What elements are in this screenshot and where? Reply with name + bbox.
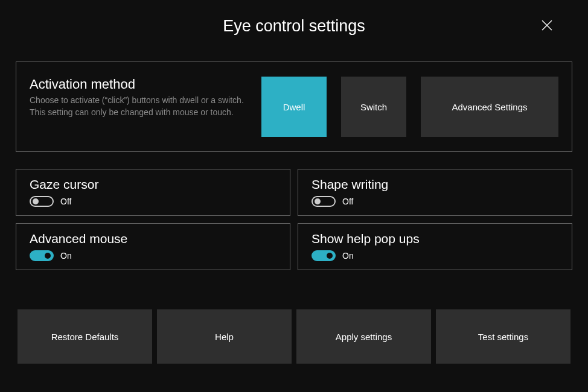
advanced-mouse-toggle[interactable] (30, 250, 54, 261)
shape-writing-panel: Shape writing Off (298, 169, 572, 216)
close-button[interactable] (540, 18, 554, 33)
activation-description: Choose to activate (“click”) buttons wit… (30, 95, 253, 118)
advanced-mouse-title: Advanced mouse (30, 232, 276, 246)
switch-button[interactable]: Switch (341, 77, 406, 137)
gaze-cursor-panel: Gaze cursor Off (16, 169, 290, 216)
shape-writing-title: Shape writing (312, 177, 558, 192)
show-help-title: Show help pop ups (312, 232, 558, 246)
advanced-mouse-state: On (60, 251, 72, 261)
restore-defaults-button[interactable]: Restore Defaults (18, 309, 152, 364)
gaze-cursor-toggle[interactable] (30, 196, 54, 207)
activation-method-panel: Activation method Choose to activate (“c… (16, 62, 572, 152)
advanced-mouse-panel: Advanced mouse On (16, 223, 290, 270)
show-help-panel: Show help pop ups On (298, 223, 572, 270)
help-button[interactable]: Help (157, 309, 292, 364)
advanced-settings-button[interactable]: Advanced Settings (421, 77, 558, 137)
show-help-toggle[interactable] (312, 250, 336, 261)
gaze-cursor-state: Off (60, 197, 71, 206)
page-title: Eye control settings (223, 17, 365, 36)
gaze-cursor-title: Gaze cursor (30, 177, 276, 192)
test-settings-button[interactable]: Test settings (436, 309, 570, 364)
show-help-state: On (342, 251, 354, 261)
shape-writing-state: Off (342, 197, 353, 206)
apply-settings-button[interactable]: Apply settings (296, 309, 431, 364)
dwell-button[interactable]: Dwell (261, 77, 327, 137)
shape-writing-toggle[interactable] (312, 196, 336, 207)
close-icon (542, 20, 552, 31)
activation-title: Activation method (30, 77, 253, 92)
